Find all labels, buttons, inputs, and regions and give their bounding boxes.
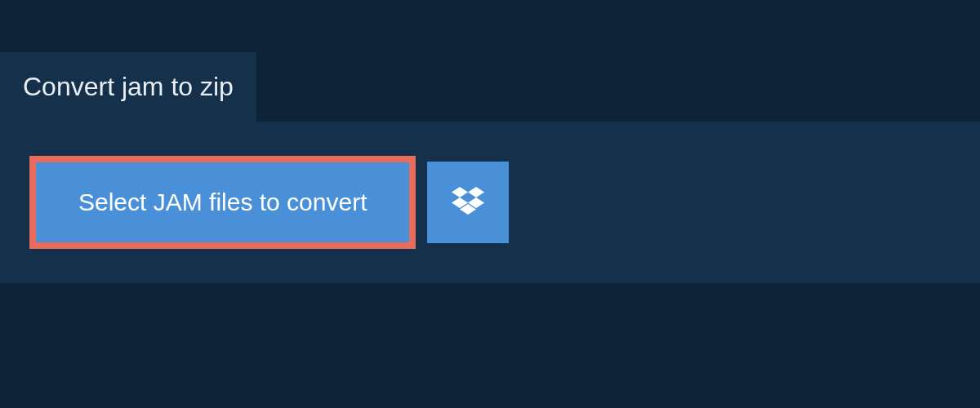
select-files-button[interactable]: Select JAM files to convert [29, 156, 416, 249]
select-files-label: Select JAM files to convert [78, 188, 367, 215]
upload-panel: Select JAM files to convert [0, 122, 980, 283]
dropbox-button[interactable] [427, 162, 509, 243]
tab-header: Convert jam to zip [0, 52, 256, 122]
page-title: Convert jam to zip [23, 72, 234, 102]
dropbox-icon [452, 187, 484, 219]
